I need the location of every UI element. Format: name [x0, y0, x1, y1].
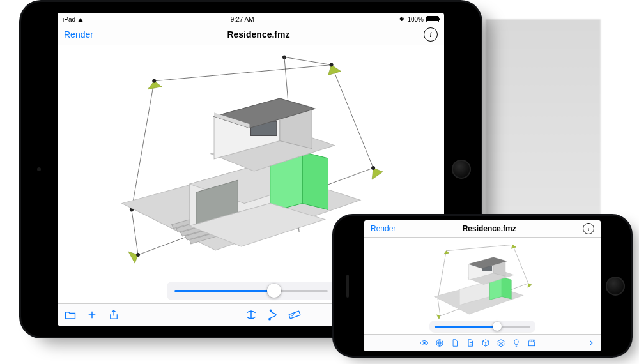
svg-point-36 — [270, 310, 272, 312]
route-icon[interactable] — [266, 308, 279, 321]
svg-marker-46 — [502, 277, 511, 299]
slider-track — [174, 290, 328, 292]
svg-point-35 — [268, 318, 270, 320]
svg-point-7 — [152, 79, 156, 83]
iphone-home-button[interactable] — [606, 277, 625, 296]
svg-point-10 — [136, 253, 140, 257]
svg-marker-23 — [302, 152, 328, 210]
slider-track — [435, 326, 530, 328]
model-viewport[interactable] — [364, 238, 601, 334]
doc-icon[interactable] — [450, 338, 459, 347]
nav-bar: Render Residence.fmz i — [364, 220, 601, 238]
render-button[interactable]: Render — [64, 29, 93, 40]
info-icon: i — [429, 29, 432, 40]
section-slider[interactable] — [429, 321, 535, 332]
svg-rect-55 — [528, 342, 534, 345]
folder-icon[interactable] — [64, 308, 77, 321]
wifi-icon — [78, 17, 85, 22]
ruler-icon[interactable] — [288, 308, 301, 321]
eye-icon[interactable] — [420, 338, 429, 347]
toolbar — [364, 334, 601, 351]
svg-line-0 — [132, 209, 138, 255]
slider-thumb[interactable] — [493, 322, 502, 331]
globe-icon[interactable] — [435, 338, 444, 347]
axis-icon[interactable] — [245, 308, 258, 321]
battery-percent: 100% — [407, 16, 424, 23]
info-button[interactable]: i — [424, 27, 438, 42]
iphone-device: Render Residence.fmz i — [332, 214, 633, 358]
svg-point-9 — [371, 166, 375, 170]
svg-marker-5 — [128, 252, 138, 263]
doc2-icon[interactable] — [466, 338, 475, 347]
svg-point-53 — [423, 342, 426, 344]
status-time: 9:27 AM — [231, 16, 254, 23]
iphone-speaker — [346, 275, 349, 298]
drop-shadow — [486, 19, 601, 230]
info-icon: i — [587, 225, 589, 232]
box-icon[interactable] — [481, 338, 490, 347]
clap-icon[interactable] — [527, 338, 536, 347]
svg-marker-40 — [444, 251, 449, 254]
status-bar: iPad 9:27 AM ✱ 100% — [58, 13, 444, 24]
svg-rect-37 — [289, 311, 300, 319]
svg-line-39 — [438, 299, 440, 315]
section-slider[interactable] — [167, 282, 335, 300]
svg-line-1 — [284, 57, 332, 64]
bulb-icon[interactable] — [512, 338, 521, 347]
document-title: Residence.fmz — [227, 29, 289, 40]
plus-icon[interactable] — [86, 308, 98, 321]
chevron-right-icon[interactable] — [587, 338, 596, 347]
render-button[interactable]: Render — [371, 224, 396, 233]
svg-marker-43 — [436, 315, 440, 319]
device-label: iPad — [63, 16, 75, 23]
svg-marker-42 — [528, 284, 532, 288]
layers-icon[interactable] — [497, 338, 505, 347]
info-button[interactable]: i — [583, 223, 594, 234]
svg-marker-3 — [328, 65, 341, 75]
document-title: Residence.fmz — [463, 224, 516, 233]
battery-icon — [426, 16, 439, 22]
nav-bar: Render Residence.fmz i — [58, 24, 444, 45]
svg-point-8 — [330, 63, 334, 67]
share-icon[interactable] — [107, 308, 120, 321]
ipad-home-button[interactable] — [452, 160, 471, 179]
model-canvas — [364, 238, 601, 334]
iphone-screen: Render Residence.fmz i — [364, 220, 601, 351]
slider-thumb[interactable] — [267, 284, 281, 298]
ipad-camera — [37, 167, 41, 171]
